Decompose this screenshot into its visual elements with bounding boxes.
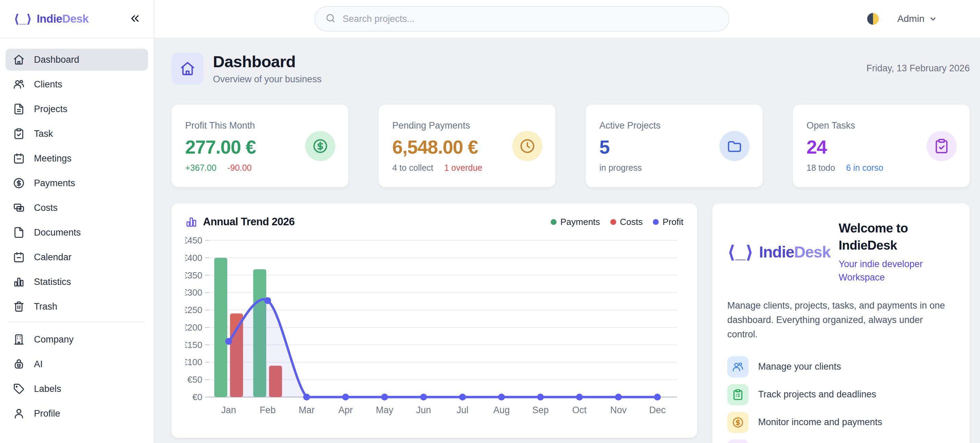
tag-icon <box>13 383 25 395</box>
brand-name-primary: Indie <box>37 12 62 25</box>
sidebar-item-label: Costs <box>34 203 57 213</box>
sidebar-item-label: AI <box>34 359 43 370</box>
sidebar-item-labels[interactable]: Labels <box>5 378 148 400</box>
search-bar[interactable] <box>315 6 729 32</box>
svg-text:Feb: Feb <box>259 405 276 415</box>
bar-chart-icon <box>13 276 25 288</box>
clipboard-list-icon <box>727 384 749 405</box>
stat-sub-text: 18 todo <box>807 163 835 173</box>
stat-sub-text: +367.00 <box>185 163 216 173</box>
svg-text:Apr: Apr <box>339 405 353 415</box>
stat-subtext-row: in progress <box>600 163 749 173</box>
svg-text:€300: €300 <box>185 287 202 298</box>
svg-text:€100: €100 <box>185 357 202 367</box>
stat-card-open-tasks: Open Tasks2418 todo6 in corso <box>793 105 970 187</box>
chevrons-left-icon <box>128 12 141 26</box>
svg-text:€150: €150 <box>185 340 202 350</box>
sidebar-item-clients[interactable]: Clients <box>5 73 148 95</box>
welcome-brand-name: IndieDesk <box>759 243 830 261</box>
sidebar-divider <box>9 322 145 322</box>
svg-text:€0: €0 <box>192 392 202 402</box>
sidebar-item-label: Projects <box>34 104 68 114</box>
svg-text:€400: €400 <box>185 253 202 263</box>
sidebar-item-projects[interactable]: Projects <box>5 98 148 120</box>
welcome-card: ⟨_⟩ IndieDesk Welcome to IndieDesk Your … <box>712 203 970 443</box>
welcome-logo: ⟨_⟩ IndieDesk <box>727 242 830 262</box>
theme-toggle-moon-icon[interactable] <box>867 13 879 25</box>
feature-text: Track projects and deadlines <box>758 389 876 400</box>
search-icon <box>325 13 336 25</box>
welcome-heading: Welcome to IndieDesk <box>839 220 955 254</box>
feature-item: Manage your clients <box>727 356 955 378</box>
sidebar-item-meetings[interactable]: Meetings <box>5 148 148 169</box>
welcome-brand-primary: Indie <box>759 243 794 261</box>
svg-text:Jul: Jul <box>457 405 469 415</box>
sidebar-item-dashboard[interactable]: Dashboard <box>5 49 148 71</box>
chart-header: Annual Trend 2026 PaymentsCostsProfit <box>185 216 683 228</box>
building-icon <box>13 333 25 345</box>
circle-dollar-icon <box>305 131 336 161</box>
clipboard-check-icon <box>926 131 957 161</box>
bot-icon <box>13 358 25 370</box>
sidebar-item-label: Clients <box>34 79 62 90</box>
stat-card-pending-payments: Pending Payments6,548.00 €4 to collect1 … <box>379 105 555 187</box>
feature-item: Organize your documents <box>727 440 955 443</box>
brand-name-secondary: Desk <box>62 12 89 25</box>
page-title: Dashboard <box>213 52 321 71</box>
sidebar-item-payments[interactable]: Payments <box>5 172 148 194</box>
stat-sub-text: -90.00 <box>228 163 252 173</box>
svg-text:€200: €200 <box>185 322 202 333</box>
stat-card-active-projects: Active Projects5in progress <box>585 105 763 187</box>
svg-text:€50: €50 <box>188 375 202 385</box>
file-text-icon <box>727 440 749 443</box>
sidebar-item-calendar[interactable]: Calendar <box>5 246 148 268</box>
chevron-down-icon <box>929 14 937 23</box>
sidebar: ⟨_⟩ IndieDesk DashboardClientsProjectsTa… <box>0 0 154 443</box>
sidebar-item-label: Calendar <box>34 252 72 263</box>
sidebar-item-label: Dashboard <box>34 54 79 65</box>
sidebar-item-company[interactable]: Company <box>5 329 148 351</box>
stat-label: Active Projects <box>600 120 749 131</box>
sidebar-item-task[interactable]: Task <box>5 123 148 145</box>
svg-text:Dec: Dec <box>649 405 665 415</box>
page-header-text: Dashboard Overview of your business <box>213 52 321 85</box>
feature-item: Track projects and deadlines <box>727 384 955 405</box>
current-date: Friday, 13 February 2026 <box>867 63 970 74</box>
search-input[interactable] <box>342 14 718 24</box>
sidebar-item-documents[interactable]: Documents <box>5 221 148 243</box>
svg-text:Oct: Oct <box>572 405 587 415</box>
clipboard-check-icon <box>13 128 25 140</box>
legend-item-costs[interactable]: Costs <box>610 217 643 227</box>
stat-sub-text: in progress <box>600 163 642 173</box>
legend-label: Profit <box>662 217 683 227</box>
brand-logo[interactable]: ⟨_⟩ IndieDesk <box>14 12 89 26</box>
page-header-home-icon <box>172 52 204 85</box>
sidebar-item-statistics[interactable]: Statistics <box>5 271 148 293</box>
legend-item-payments[interactable]: Payments <box>551 217 600 227</box>
legend-label: Costs <box>620 217 643 227</box>
sidebar-item-trash[interactable]: Trash <box>5 295 148 318</box>
sidebar-item-profile[interactable]: Profile <box>5 403 148 424</box>
welcome-brand-secondary: Desk <box>794 243 830 261</box>
trash-icon <box>13 301 25 312</box>
chart-title: Annual Trend 2026 <box>203 216 294 228</box>
circle-dollar-icon <box>13 177 25 189</box>
sidebar-collapse-button[interactable] <box>128 12 141 26</box>
annual-trend-chart: €0€50€100€150€200€250€300€350€400€450Jan… <box>185 230 683 417</box>
legend-item-profit[interactable]: Profit <box>653 217 683 227</box>
legend-dot <box>653 219 659 225</box>
user-menu[interactable]: Admin <box>897 13 937 24</box>
topbar: Admin <box>154 0 980 38</box>
main-column: Admin Dashboard Overview of your busines… <box>154 0 980 443</box>
welcome-top: ⟨_⟩ IndieDesk Welcome to IndieDesk Your … <box>727 220 955 284</box>
sidebar-item-label: Meetings <box>34 153 72 164</box>
calendar-icon <box>13 251 25 263</box>
sidebar-item-label: Labels <box>34 384 61 394</box>
file-text-icon <box>13 103 25 115</box>
stat-subtext-row: 18 todo6 in corso <box>807 163 956 173</box>
users-icon <box>727 356 749 378</box>
sidebar-item-ai[interactable]: AI <box>5 353 148 375</box>
welcome-subheading: Your indie developer Workspace <box>839 257 955 284</box>
sidebar-item-costs[interactable]: Costs <box>5 197 148 219</box>
sidebar-header: ⟨_⟩ IndieDesk <box>0 0 154 38</box>
